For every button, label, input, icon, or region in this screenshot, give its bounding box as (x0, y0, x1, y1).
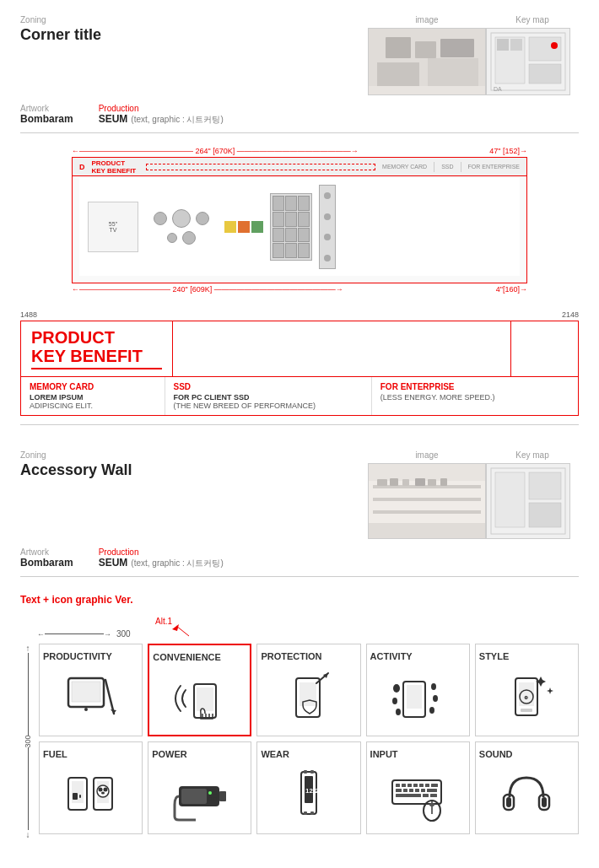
svg-rect-91 (425, 784, 429, 787)
icon-cell-fuel: FUEL (39, 741, 143, 834)
layout-col2-title: SSD (174, 382, 363, 391)
svg-rect-27 (369, 523, 485, 538)
layout-col3-title: FOR ENTERPRISE (380, 382, 569, 391)
image-label-2: image (368, 450, 486, 460)
svg-rect-86 (396, 784, 400, 787)
svg-rect-25 (428, 479, 436, 486)
layout-product-title-1: PRODUCT (31, 328, 162, 347)
svg-point-14 (551, 42, 558, 49)
svg-rect-108 (542, 797, 547, 807)
layout-col1-text1: LOREM IPSUM (30, 393, 156, 402)
activity-icon (370, 663, 466, 731)
icon-grid-section: Text + icon graphic Ver. Alt.1 ← → 300 ↑ (20, 594, 579, 839)
svg-rect-98 (427, 789, 437, 792)
protection-label: PROTECTION (261, 651, 321, 661)
production-value-2: SEUM (99, 557, 128, 569)
fp-dim-bottom-right: 4"[160]→ (496, 285, 527, 294)
alt-label-container: Alt.1 (155, 616, 579, 626)
svg-point-37 (84, 708, 88, 711)
svg-rect-64 (79, 795, 81, 798)
icon-grid-row1: PRODUCTIVITY (39, 644, 579, 736)
svg-rect-41 (197, 687, 213, 711)
svg-point-52 (396, 709, 401, 715)
layout-col1-text2: ADIPISCING ELIT. (30, 402, 156, 410)
section2-keymap (486, 463, 570, 539)
icon-cell-convenience: CONVENIENCE (148, 644, 251, 736)
sound-icon (479, 761, 575, 828)
layout-dim-1: 1488 (20, 310, 37, 319)
svg-rect-18 (373, 485, 481, 488)
svg-text:12:21: 12:21 (305, 787, 323, 795)
layout-col2-text2: (THE NEW BREED OF PERFORMANCE) (174, 402, 363, 410)
svg-rect-6 (369, 86, 485, 94)
svg-rect-2 (428, 58, 478, 88)
section1-image (368, 28, 486, 95)
svg-point-104 (429, 803, 434, 806)
svg-rect-94 (403, 789, 407, 792)
svg-rect-62 (72, 781, 84, 803)
artwork-value-1: Bombaram (20, 113, 73, 125)
svg-rect-83 (304, 811, 307, 815)
svg-rect-23 (402, 479, 409, 486)
svg-rect-72 (181, 789, 207, 804)
svg-rect-31 (529, 472, 561, 499)
keymap-label-2: Key map (486, 450, 579, 460)
svg-point-51 (433, 695, 438, 702)
svg-point-49 (431, 683, 436, 690)
icon-cell-power: POWER (148, 741, 251, 834)
svg-rect-13 (510, 39, 522, 51)
svg-point-69 (103, 787, 107, 791)
svg-line-38 (105, 680, 114, 714)
svg-text:⊕: ⊕ (524, 695, 528, 700)
convenience-label: CONVENIENCE (153, 652, 221, 662)
fp-dim-bottom-left: ←———————————— 240" [609K] ——————————————… (72, 285, 343, 294)
production-value-1: SEUM (99, 113, 128, 125)
svg-rect-10 (529, 37, 561, 61)
icon-cell-sound: SOUND (475, 741, 579, 834)
svg-rect-21 (377, 479, 387, 486)
floor-plan-outer: D PRODUCTKEY BENEFIT MEMORY CARD SSD FOR… (72, 157, 527, 283)
dimension-row: ← → 300 (37, 629, 579, 639)
icon-grid-row2: FUEL (39, 741, 579, 834)
svg-rect-82 (310, 770, 314, 774)
svg-rect-24 (415, 478, 425, 486)
dim-300-top: 300 (116, 629, 131, 639)
svg-rect-89 (413, 784, 418, 787)
svg-point-50 (392, 698, 397, 704)
artwork-value-2: Bombaram (20, 557, 73, 569)
zoning-label-2: Zoning (20, 450, 368, 460)
style-label: STYLE (479, 651, 509, 661)
convenience-icon (153, 664, 246, 730)
svg-rect-26 (440, 478, 447, 486)
svg-rect-55 (519, 682, 534, 706)
alt-label: Alt.1 (155, 617, 172, 626)
section2-image (368, 463, 486, 539)
icon-cell-productivity: PRODUCTIVITY (39, 644, 143, 736)
fp-right-bar (319, 185, 336, 269)
svg-point-76 (213, 791, 217, 795)
svg-rect-88 (407, 784, 412, 787)
svg-rect-97 (421, 789, 425, 792)
alt-arrow (172, 624, 197, 641)
protection-icon (261, 663, 356, 731)
svg-rect-22 (390, 478, 398, 486)
svg-rect-36 (72, 682, 100, 702)
section1-keymap: DA (486, 28, 570, 95)
svg-point-77 (213, 797, 217, 801)
svg-rect-47 (407, 685, 422, 709)
side-dim-container: ↑ 300 ↓ (20, 644, 35, 839)
svg-rect-81 (304, 770, 307, 774)
svg-rect-3 (386, 37, 411, 58)
side-dim-label: 300 (24, 735, 32, 747)
svg-rect-32 (529, 503, 561, 527)
fp-dim-top-right: 47" [152]→ (489, 147, 527, 155)
svg-rect-73 (219, 791, 226, 801)
svg-rect-5 (440, 39, 474, 57)
svg-rect-106 (506, 797, 511, 807)
svg-line-33 (176, 626, 189, 636)
icon-cell-activity: ACTIVITY (366, 644, 470, 736)
svg-rect-87 (402, 784, 406, 787)
floor-plan-section: ←——————————————— 264" [670K] ———————————… (20, 147, 579, 294)
wear-label: WEAR (261, 749, 289, 759)
svg-rect-99 (396, 794, 421, 797)
